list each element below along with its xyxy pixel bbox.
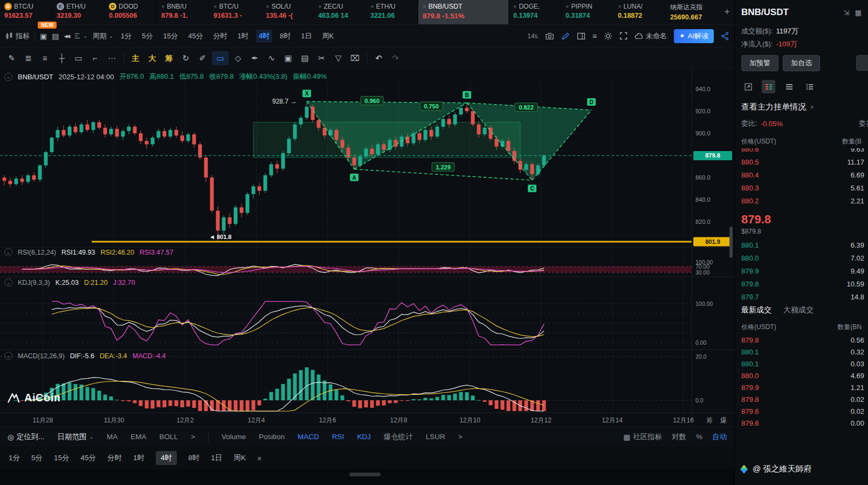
clipped-button[interactable] bbox=[856, 55, 868, 71]
timeframe-分时[interactable]: 分时 bbox=[107, 453, 122, 463]
ticker-LUNA/[interactable]: ×LUNA/0.18872 bbox=[614, 0, 666, 24]
bid-row[interactable]: 879.810.59 bbox=[735, 277, 868, 290]
large-chart-button[interactable]: 大 bbox=[144, 51, 161, 65]
ticker-ETH/U[interactable]: EETH/U3219.30 bbox=[52, 0, 105, 24]
popout-icon[interactable] bbox=[741, 80, 755, 93]
timeframe-1分[interactable]: 1分 bbox=[118, 30, 134, 43]
main-chart-button[interactable]: 主 bbox=[127, 51, 144, 65]
close-ticker-icon[interactable]: × bbox=[213, 3, 217, 10]
ticker-BNB/U[interactable]: ×BNB/U879.8 -1. bbox=[157, 0, 209, 24]
replay-icon[interactable]: ◀◀ bbox=[64, 33, 69, 39]
expand-icon[interactable]: ⇲ bbox=[844, 9, 850, 17]
ticker-ETH/U[interactable]: ×ETH/U3221.06 bbox=[366, 0, 418, 24]
clipboard-icon[interactable]: ▣ bbox=[280, 51, 297, 65]
grid-icon[interactable]: ▦ bbox=[855, 9, 862, 17]
timeframe-分时[interactable]: 分时 bbox=[211, 30, 230, 43]
timeframe-1分[interactable]: 1分 bbox=[9, 453, 20, 463]
more-indicators-button[interactable]: > bbox=[458, 433, 463, 441]
book-layout-both-icon[interactable] bbox=[762, 80, 775, 93]
main-orders-link[interactable]: 查看主力挂单情况 > bbox=[735, 99, 868, 117]
undo-icon[interactable]: ↶ bbox=[370, 51, 387, 65]
ticker-BTC/U[interactable]: ×BTC/U91631.3 - bbox=[209, 0, 261, 24]
timeframe-4时[interactable]: 4时 bbox=[156, 451, 177, 465]
note-icon[interactable]: ▤ bbox=[297, 51, 313, 65]
lines-tool-icon[interactable]: ≡ bbox=[37, 51, 53, 65]
ma-toggle-EMA[interactable]: EMA bbox=[130, 433, 146, 441]
close-timeframe-bar[interactable]: × bbox=[257, 454, 262, 463]
timeframe-1日[interactable]: 1日 bbox=[298, 30, 314, 43]
timeframe-45分[interactable]: 45分 bbox=[81, 453, 97, 463]
ask-row[interactable]: 880.22.21 bbox=[735, 194, 868, 207]
ticker-BTC/U[interactable]: BBTC/U91623.57 bbox=[0, 0, 52, 24]
close-ticker-icon[interactable]: × bbox=[423, 3, 426, 10]
percent-scale-button[interactable]: % bbox=[696, 433, 702, 441]
save-layout-icon[interactable]: ▣ bbox=[40, 32, 47, 40]
locate-button[interactable]: ◎ 定位到... bbox=[8, 432, 45, 442]
ticker-DOOD[interactable]: DDOOD0.005506 bbox=[105, 0, 157, 24]
gear-icon[interactable] bbox=[604, 32, 612, 40]
more-tools-icon[interactable]: ⋯ bbox=[104, 51, 120, 65]
timeframe-5分[interactable]: 5分 bbox=[139, 30, 155, 43]
period-selector[interactable]: 周期 ⌄ bbox=[93, 31, 113, 41]
bid-row[interactable]: 880.16.39 bbox=[735, 238, 868, 251]
ma-toggle-BOLL[interactable]: BOLL bbox=[159, 433, 178, 441]
ticker-纳斯达克指[interactable]: 纳斯达克指25690.667 bbox=[666, 0, 720, 24]
camera-icon[interactable] bbox=[545, 32, 554, 40]
indicator-toggle-KDJ[interactable]: KDJ bbox=[357, 433, 371, 441]
close-ticker-icon[interactable]: × bbox=[566, 3, 569, 10]
ask-row[interactable]: 880.511.17 bbox=[735, 155, 868, 168]
horizontal-scrollbar[interactable] bbox=[349, 473, 381, 476]
refresh-icon[interactable]: ↻ bbox=[177, 51, 194, 65]
indicator-toggle-LSUR[interactable]: LSUR bbox=[426, 433, 445, 441]
bid-row[interactable]: 879.714.8 bbox=[735, 290, 868, 300]
indicator-toggle-RSI[interactable]: RSI bbox=[332, 433, 345, 441]
more-ma-button[interactable]: > bbox=[191, 433, 195, 441]
ask-row[interactable]: 880.35.61 bbox=[735, 181, 868, 194]
crosshair-tool-icon[interactable]: ┼ bbox=[53, 51, 70, 65]
collapse-chevron-icon[interactable]: ⌄ bbox=[4, 73, 12, 81]
ask-row[interactable]: 880.69.63 bbox=[735, 148, 868, 155]
tab-最新成交[interactable]: 最新成交 bbox=[741, 305, 771, 315]
auto-scale-button[interactable]: 自动 bbox=[712, 432, 727, 442]
timeframe-45分[interactable]: 45分 bbox=[185, 30, 205, 43]
layout-name-button[interactable]: 未命名 bbox=[635, 31, 667, 41]
list-icon[interactable]: ≡ bbox=[593, 32, 597, 40]
ticker-ZEC/U[interactable]: ×ZEC/U463.06 14 bbox=[314, 0, 366, 24]
eraser-icon[interactable]: ◇ bbox=[230, 51, 246, 65]
indicators-button[interactable]: 指标 bbox=[5, 31, 30, 41]
timeframe-8时[interactable]: 8时 bbox=[277, 30, 293, 43]
ticker-BNB/USDT[interactable]: ×BNB/USDT879.8 -1.51% bbox=[418, 0, 509, 24]
chips-button[interactable]: 筹 bbox=[161, 51, 177, 65]
timeframe-15分[interactable]: 15分 bbox=[161, 30, 181, 43]
panel-layout-icon[interactable] bbox=[577, 32, 585, 40]
fullscreen-icon[interactable] bbox=[619, 32, 628, 40]
volume-profile-button[interactable]: ⌄ bbox=[74, 32, 87, 39]
timeframe-5分[interactable]: 5分 bbox=[31, 453, 43, 463]
brush-icon[interactable]: ✐ bbox=[194, 51, 211, 65]
bid-row[interactable]: 880.07.02 bbox=[735, 251, 868, 264]
collapse-chevron-icon[interactable]: ⌄ bbox=[4, 352, 12, 360]
hline-tool-icon[interactable]: ⌐ bbox=[87, 51, 104, 65]
ticker-PIPPIN[interactable]: ×PIPPIN0.31874 bbox=[561, 0, 614, 24]
ma-toggle-MA[interactable]: MA bbox=[107, 433, 118, 441]
vertical-scrollbar[interactable] bbox=[729, 227, 733, 258]
tab-大额成交[interactable]: 大额成交 bbox=[783, 305, 814, 315]
rectangle-tool-icon[interactable]: ▭ bbox=[70, 51, 87, 65]
indicator-toggle-Position[interactable]: Position bbox=[259, 433, 285, 441]
scissors-icon[interactable]: ✂ bbox=[313, 51, 330, 65]
close-ticker-icon[interactable]: × bbox=[513, 3, 516, 10]
timeframe-8时[interactable]: 8时 bbox=[188, 453, 199, 463]
timeframe-周K[interactable]: 周K bbox=[319, 30, 336, 43]
draw-pencil-icon[interactable] bbox=[561, 32, 570, 40]
redo-icon[interactable]: ↷ bbox=[387, 51, 404, 65]
close-ticker-icon[interactable]: × bbox=[318, 3, 321, 10]
ai-analysis-button[interactable]: ✦ AI解读 bbox=[674, 29, 714, 43]
bid-row[interactable]: 879.99.49 bbox=[735, 264, 868, 277]
sliders-tool-icon[interactable]: ≣ bbox=[20, 51, 37, 65]
ask-row[interactable]: 880.46.69 bbox=[735, 168, 868, 181]
wave-tool-icon[interactable]: ∿ bbox=[263, 51, 280, 65]
price-chart[interactable]: XABCD0.9600.7500.8221.229◄ 801.8928.7 →9… bbox=[0, 69, 734, 426]
filter-funnel-icon[interactable]: ▽ bbox=[330, 51, 347, 65]
close-ticker-icon[interactable]: × bbox=[161, 3, 164, 10]
indicator-toggle-Volume[interactable]: Volume bbox=[222, 433, 246, 441]
